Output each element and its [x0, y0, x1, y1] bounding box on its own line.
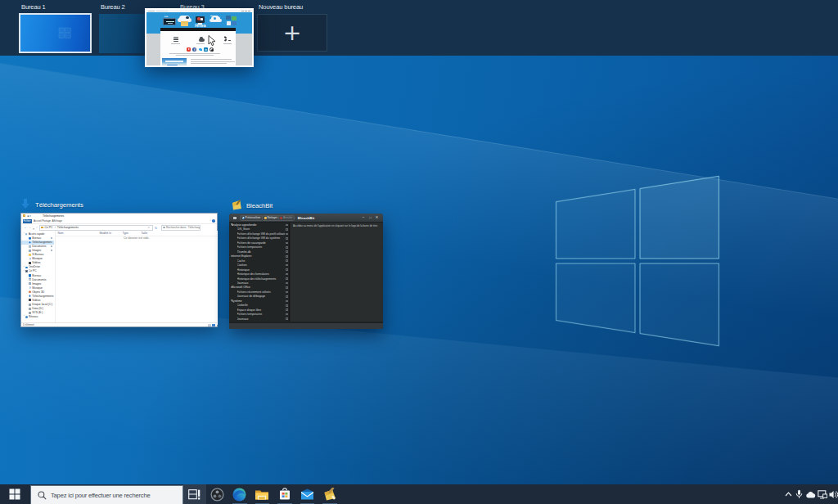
address-bar[interactable]: Ce PC > Téléchargements ▾	[39, 225, 153, 231]
checkbox[interactable]	[286, 291, 288, 294]
icon-part	[232, 21, 237, 25]
tree-item-label: Historique des téléchargements	[237, 277, 286, 281]
checkbox[interactable]	[286, 246, 288, 249]
tab-fichier[interactable]: Fichier	[23, 219, 32, 223]
column-header-nom[interactable]: Nom	[58, 232, 64, 235]
sidebar-item-label: Musique	[32, 286, 53, 290]
checkbox[interactable]	[286, 300, 288, 303]
explorer-sidebar-item[interactable]: ›Réseau	[21, 315, 54, 319]
checkbox[interactable]	[286, 273, 288, 276]
tray-volume-icon[interactable]	[828, 484, 838, 504]
icon-part	[188, 48, 190, 50]
bleachbit-window-preview[interactable]: Prévisualiser Nettoyer Annuler BleachBit…	[229, 214, 383, 329]
folder-icon	[23, 214, 25, 217]
preview-button[interactable]: Prévisualiser	[240, 215, 263, 221]
icon-part	[227, 21, 231, 25]
webpage-dark-banner	[160, 28, 236, 31]
net-icon	[25, 316, 28, 318]
up-icon[interactable]: ↑	[36, 226, 38, 229]
mail-icon	[300, 488, 314, 500]
mouse-cursor	[208, 35, 216, 47]
sidebar-item-label: Data (D:)	[32, 307, 53, 310]
tray-display-icon[interactable]	[817, 484, 828, 504]
tray-chevron-up-icon[interactable]	[782, 484, 794, 504]
checkbox[interactable]	[286, 282, 288, 285]
taskbar-app-mail[interactable]	[296, 484, 319, 504]
minimize-button[interactable]: –	[361, 215, 366, 220]
refresh-icon[interactable]: ↻	[155, 226, 157, 230]
tab-affichage[interactable]: Affichage	[52, 219, 62, 223]
new-desktop-button[interactable]: +	[257, 14, 327, 52]
expander-icon[interactable]: ›	[24, 315, 25, 317]
column-header-modifie[interactable]: Modifié le	[100, 232, 112, 235]
checkbox[interactable]	[286, 233, 288, 236]
tree-item-label: Fichiers de sauvegarde	[237, 241, 286, 245]
recent-locations-icon[interactable]: ▾	[33, 227, 34, 231]
list-view-icon[interactable]	[208, 324, 211, 326]
checkbox[interactable]	[286, 250, 288, 253]
tab-accueil[interactable]: Accueil	[34, 219, 42, 223]
icon-caption: ▸▸▸	[164, 15, 169, 18]
taskbar-app-microsoft-store[interactable]	[273, 484, 296, 504]
expander-icon[interactable]: ›	[24, 266, 25, 268]
back-icon[interactable]: ←	[24, 226, 27, 229]
checkbox[interactable]	[286, 268, 288, 271]
forward-icon[interactable]: →	[29, 226, 32, 229]
checkbox[interactable]	[286, 242, 288, 245]
breadcrumb-current[interactable]: Téléchargements	[57, 226, 79, 229]
tray-microphone-icon[interactable]	[794, 484, 804, 504]
menu-icon[interactable]	[233, 217, 237, 219]
thumbnail-view-icon[interactable]	[212, 324, 215, 326]
info-message: Accédez au menu de l'application en cliq…	[293, 224, 394, 227]
checkbox[interactable]	[286, 295, 288, 298]
file-explorer-window-preview[interactable]: ■ ▾ Téléchargements Fichier Accueil Part…	[20, 213, 218, 327]
maximize-button[interactable]: □	[368, 215, 373, 220]
checkbox[interactable]	[286, 224, 288, 227]
tab-partage[interactable]: Partage	[43, 219, 52, 223]
close-button[interactable]: ✕	[375, 215, 380, 220]
address-dropdown-icon[interactable]: ▾	[148, 226, 150, 229]
checkbox[interactable]	[286, 308, 288, 311]
magnifier-icon	[242, 217, 245, 219]
checkbox[interactable]	[286, 255, 288, 258]
start-button[interactable]	[0, 484, 29, 504]
expander-icon[interactable]: ›	[24, 232, 25, 235]
checkbox[interactable]	[286, 228, 288, 231]
tree-item-label: Fichiers récemment utilisés	[237, 290, 286, 294]
icon-caption	[171, 43, 180, 44]
checkbox[interactable]	[286, 259, 288, 262]
clean-button[interactable]: Nettoyer	[262, 215, 280, 221]
checkbox[interactable]	[286, 304, 288, 307]
taskbar-app-file-explorer[interactable]	[251, 484, 274, 504]
music-icon	[29, 258, 31, 260]
help-icon[interactable]: ?	[212, 219, 215, 223]
download-icon	[29, 295, 31, 297]
drive-icon	[29, 312, 31, 313]
column-header-type[interactable]: Type	[123, 232, 128, 235]
quick-access-toolbar[interactable]: ■ ▾	[28, 214, 31, 218]
taskbar-app-bleachbit[interactable]	[318, 484, 341, 504]
ribbon-expand-icon[interactable]: ⌃	[210, 219, 212, 223]
text-line-placeholder	[191, 61, 235, 62]
task-view-button[interactable]	[183, 484, 206, 504]
bleachbit-headerbar: Prévisualiser Nettoyer Annuler BleachBit…	[229, 214, 383, 223]
taskbar-app-edge[interactable]	[228, 484, 251, 504]
checkbox[interactable]	[286, 277, 288, 280]
checkbox[interactable]	[286, 286, 288, 289]
taskbar-app-obs-studio[interactable]	[206, 484, 229, 504]
tray-onedrive-icon[interactable]	[804, 484, 817, 504]
breadcrumb-root[interactable]: Ce PC	[45, 226, 53, 229]
sidebar-item-label: Musique	[32, 257, 53, 260]
checkbox[interactable]	[286, 313, 288, 316]
checkbox[interactable]	[286, 317, 288, 320]
bleachbit-tree-item[interactable]: Journaux	[229, 317, 290, 321]
checkbox[interactable]	[286, 264, 288, 267]
column-header-taille[interactable]: Taille	[142, 232, 148, 235]
desktop-thumbnail-bureau-1[interactable]	[19, 13, 92, 53]
dragged-window-preview[interactable]: ▸▸▸ ▬▬ ▬▬▬ ▬▬▬▬ ▬▬▬▬	[145, 8, 254, 67]
explorer-file-list[interactable]: Nom ⌃ Modifié le Type Taille Ce dossier …	[55, 231, 219, 325]
checkbox[interactable]	[286, 237, 288, 240]
taskbar-search-box[interactable]: Tapez ici pour effectuer une recherche	[30, 485, 183, 504]
webpage-photo	[162, 58, 187, 67]
explorer-search-box[interactable]: Rechercher dans : Téléchargements	[161, 225, 200, 231]
